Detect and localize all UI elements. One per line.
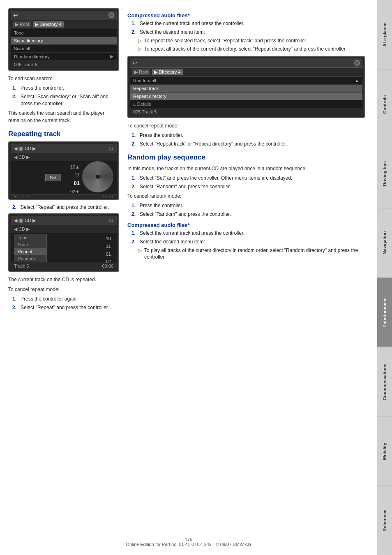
random-step2-num: 2. xyxy=(131,183,137,190)
repeat-cancel-step1-text: Press the controller again. xyxy=(21,296,78,303)
cd2-menu-scan[interactable]: Scan xyxy=(14,241,46,248)
cd2-menu-tone[interactable]: Tone xyxy=(14,234,46,241)
cd-screen1-controls-left: ◀ CD ▶ xyxy=(14,146,36,151)
repeat-cancel-steps: 1. Press the controller again. 2. Select… xyxy=(12,296,119,311)
ca-bottom-step2: 2. Select the desired menu item: xyxy=(131,238,365,245)
sidebar-tab-entertainment[interactable]: Entertainment xyxy=(377,278,392,347)
cd-screen2-icon-right: ⊙ xyxy=(108,217,113,224)
random-cancel-step1-text: Press the controller. xyxy=(140,202,183,209)
scan-steps: 1. Press the controller. 2. Select "Scan… xyxy=(12,85,119,107)
random-cancel-step2: 2. Select "Random" and press the control… xyxy=(131,211,365,218)
screen2-header: ↩ xyxy=(130,58,362,68)
screen2-breadcrumb: ▶ Root ▶ Directory 4 xyxy=(130,68,362,77)
menu-item-tone[interactable]: Tone xyxy=(11,29,117,37)
copyright-text: Online Edition for Part no. 01 41 0 014 … xyxy=(126,542,251,547)
ca-bottom-bullet1: ▷ To play all tracks of the current dire… xyxy=(131,247,365,261)
ca-top-bullet2: ▷ To repeat all tracks of the current di… xyxy=(131,46,365,53)
cd2-track-10: 10 xyxy=(106,235,111,243)
screen2-menu-repeat-directory[interactable]: Repeat directory xyxy=(130,92,362,100)
random-cancel-step2-text: Select "Random" and press the controller… xyxy=(140,211,231,218)
repeat-after-text: The current track on the CD is repeated. xyxy=(8,276,119,283)
repeating-track-title: Repeating track xyxy=(8,130,119,138)
random-steps: 1. Select "Set" and press the controller… xyxy=(131,175,365,190)
screen2-menu-random-all[interactable]: Random all▲ xyxy=(130,77,362,85)
cd-screen1-footer: Track 1 00:00 xyxy=(11,194,117,197)
ca-bottom-step2-num: 2. xyxy=(131,238,137,245)
random-cancel-step2-num: 2. xyxy=(131,211,137,218)
scan-pre-text: To end scan search: xyxy=(8,75,119,82)
repeat-cancel-step1-num: 1. xyxy=(12,296,18,303)
screen2-back-icon: ↩ xyxy=(132,60,137,66)
random-cancel-step1: 1. Press the controller. xyxy=(131,202,365,209)
bullet-arrow-3: ▷ xyxy=(138,247,142,261)
sidebar-tab-driving-tips[interactable]: Driving tips xyxy=(377,139,392,208)
ca-top-step2-text: Select the desired menu item: xyxy=(140,29,205,36)
screen2-mockup: ↩ ▶ Root ▶ Directory 4 Random all▲ Repea… xyxy=(127,56,365,118)
screen2-menu-details[interactable]: □ Details xyxy=(130,100,362,108)
screen2-menu-repeat-track[interactable]: Repeat track xyxy=(130,85,362,92)
cd2-track-11: 11 xyxy=(106,243,111,250)
repeat-cancel-step2-num: 2. xyxy=(12,304,18,311)
ca-top-bullet1-text: To repeat the selected track, select "Re… xyxy=(144,37,307,44)
sidebar-tab-controls[interactable]: Controls xyxy=(377,69,392,139)
random-step2: 2. Select "Random" and press the control… xyxy=(131,183,365,190)
random-cancel-step1-num: 1. xyxy=(131,202,137,209)
repeat-cancel-step2-text: Select "Repeat" and press the controller… xyxy=(21,304,109,311)
sidebar-tab-communications[interactable]: Communications xyxy=(377,347,392,416)
ca-cancel-step1-text: Press the controller. xyxy=(140,132,183,139)
cd-screen1-icon-right: ⊙ xyxy=(108,145,113,152)
cd1-track-01: 01 xyxy=(70,179,80,188)
ca-bottom-step1: 1. Select the current track and press th… xyxy=(131,230,365,237)
sidebar-tab-reference[interactable]: Reference xyxy=(377,486,392,555)
cd-screen1-mockup: ◀ CD ▶ ⊙ ◀ CD ▶ 10▲ 11 xyxy=(8,141,119,200)
repeat-cancel-step1: 1. Press the controller again. xyxy=(12,296,119,303)
repeat-step2: 2. Select "Repeat" and press the control… xyxy=(12,204,119,211)
right-column: Compressed audio files* 1. Select the cu… xyxy=(127,8,365,314)
random-step1-text: Select "Set" and press the controller. O… xyxy=(140,175,292,182)
ca-top-bullet1: ▷ To repeat the selected track, select "… xyxy=(131,37,365,44)
random-cancel-steps: 1. Press the controller. 2. Select "Rand… xyxy=(131,202,365,218)
ca-bottom-steps: 1. Select the current track and press th… xyxy=(131,230,365,261)
cd2-menu-random[interactable]: Random xyxy=(14,255,46,262)
bullet-arrow-2: ▷ xyxy=(138,46,142,53)
cd-screen2-mockup: ◀ CD ▶ ⊙ ◀ CD ▶ Tone Scan Repeat Random xyxy=(8,213,119,272)
cd1-set-button[interactable]: Set xyxy=(45,174,61,181)
ca-top-cancel-steps: 1. Press the controller. 2. Select "Repe… xyxy=(131,132,365,148)
main-content: ↩ ▶ Root ▶ Directory 4 Tone Scan directo… xyxy=(0,0,377,555)
random-play-title: Random play sequence xyxy=(127,153,365,162)
sidebar-tab-navigation[interactable]: Navigation xyxy=(377,208,392,278)
cd-screen2-header: ◀ CD ▶ ⊙ xyxy=(11,216,117,225)
scan-step2-num: 2. xyxy=(12,93,18,107)
repeat-cancel-step2: 2. Select "Repeat" and press the control… xyxy=(12,304,119,311)
screen2-breadcrumb-root: ▶ Root xyxy=(132,69,150,75)
ca-top-step2: 2. Select the desired menu item: xyxy=(131,29,365,36)
cd1-track-10: 10▲ xyxy=(70,163,80,171)
cd2-menu-repeat[interactable]: Repeat xyxy=(14,248,46,255)
sidebar-tab-mobility[interactable]: Mobility xyxy=(377,416,392,486)
repeat-cancel-title: To cancel repeat mode: xyxy=(8,286,119,293)
screen1-footer: 005 Track 5 xyxy=(11,61,117,68)
page-footer: 175 Online Edition for Part no. 01 41 0 … xyxy=(0,537,377,547)
screen1-back-icon: ↩ xyxy=(13,12,18,18)
ca-cancel-step1-num: 1. xyxy=(131,132,137,139)
screen2-footer: 005 Track 5 xyxy=(130,108,362,116)
menu-item-scan-all[interactable]: Scan all xyxy=(11,45,117,53)
left-column: ↩ ▶ Root ▶ Directory 4 Tone Scan directo… xyxy=(8,8,119,314)
scan-step2-text: Select "Scan directory" or "Scan all" an… xyxy=(21,93,119,107)
scan-step1-text: Press the controller. xyxy=(21,85,64,92)
random-intro: In this mode, the tracks on the current … xyxy=(127,165,365,172)
bullet-arrow-1: ▷ xyxy=(138,37,142,44)
screen1-breadcrumb: ▶ Root ▶ Directory 4 xyxy=(11,20,117,29)
screen2-breadcrumb-dir4: ▶ Directory 4 xyxy=(152,69,182,75)
scan-step1-num: 1. xyxy=(12,85,18,92)
menu-item-random-directory[interactable]: Random directory▶ xyxy=(11,53,117,61)
screen1-circle xyxy=(108,12,114,18)
cd1-track-label: Track 1 xyxy=(14,196,29,197)
ca-top-step1: 1. Select the current track and press th… xyxy=(131,20,365,27)
menu-item-scan-directory[interactable]: Scan directory xyxy=(11,37,117,45)
screen2-track: 005 Track 5 xyxy=(133,109,157,114)
sidebar-tab-at-a-glance[interactable]: At a glance xyxy=(377,0,392,69)
compressed-audio-top-steps: 1. Select the current track and press th… xyxy=(131,20,365,53)
random-step1-num: 1. xyxy=(131,175,137,182)
page-number: 175 xyxy=(185,537,192,542)
